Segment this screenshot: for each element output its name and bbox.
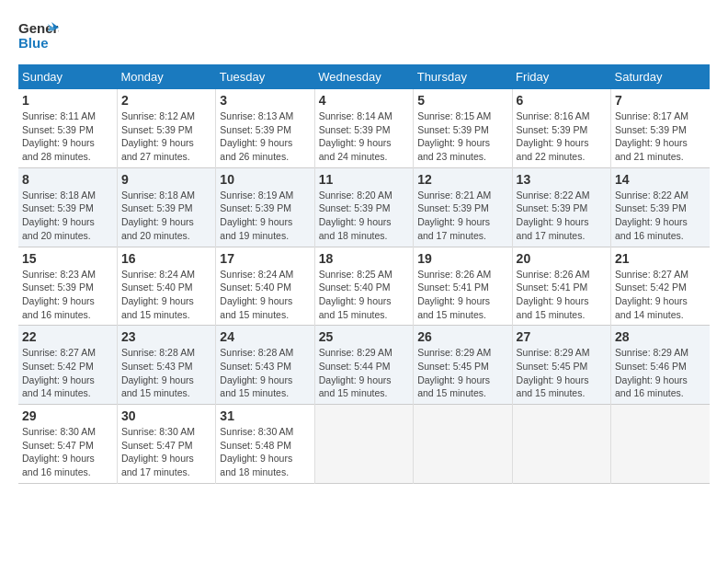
day-info: Sunrise: 8:20 AMSunset: 5:39 PMDaylight:… [319,189,409,243]
day-info: Sunrise: 8:27 AMSunset: 5:42 PMDaylight:… [615,268,706,322]
day-info: Sunrise: 8:28 AMSunset: 5:43 PMDaylight:… [121,346,211,400]
calendar-cell: 21Sunrise: 8:27 AMSunset: 5:42 PMDayligh… [611,247,710,326]
calendar-cell: 18Sunrise: 8:25 AMSunset: 5:40 PMDayligh… [314,247,413,326]
calendar-week-row: 1Sunrise: 8:11 AMSunset: 5:39 PMDaylight… [18,89,710,167]
calendar-cell: 13Sunrise: 8:22 AMSunset: 5:39 PMDayligh… [512,167,610,247]
day-number: 2 [121,93,211,108]
day-info: Sunrise: 8:21 AMSunset: 5:39 PMDaylight:… [417,189,507,243]
day-info: Sunrise: 8:30 AMSunset: 5:47 PMDaylight:… [121,425,211,479]
weekday-header-friday: Friday [512,64,610,89]
day-info: Sunrise: 8:22 AMSunset: 5:39 PMDaylight:… [517,189,607,243]
day-info: Sunrise: 8:29 AMSunset: 5:44 PMDaylight:… [319,346,409,400]
calendar-cell: 30Sunrise: 8:30 AMSunset: 5:47 PMDayligh… [117,405,215,484]
day-number: 15 [22,251,113,266]
day-info: Sunrise: 8:25 AMSunset: 5:40 PMDaylight:… [319,268,409,322]
day-info: Sunrise: 8:18 AMSunset: 5:39 PMDaylight:… [22,189,113,243]
calendar-cell: 26Sunrise: 8:29 AMSunset: 5:45 PMDayligh… [414,326,512,405]
calendar-cell: 15Sunrise: 8:23 AMSunset: 5:39 PMDayligh… [18,247,117,326]
weekday-header-sunday: Sunday [18,64,117,89]
day-info: Sunrise: 8:28 AMSunset: 5:43 PMDaylight:… [220,346,310,400]
day-number: 6 [517,93,607,108]
calendar-cell: 14Sunrise: 8:22 AMSunset: 5:39 PMDayligh… [611,167,710,247]
day-number: 8 [22,172,113,187]
logo-icon: General Blue [18,18,59,55]
calendar-cell: 29Sunrise: 8:30 AMSunset: 5:47 PMDayligh… [18,405,117,484]
calendar-cell: 4Sunrise: 8:14 AMSunset: 5:39 PMDaylight… [314,89,413,167]
day-number: 7 [615,93,706,108]
calendar-cell: 3Sunrise: 8:13 AMSunset: 5:39 PMDaylight… [216,89,314,167]
day-number: 29 [22,408,113,423]
calendar-cell: 7Sunrise: 8:17 AMSunset: 5:39 PMDaylight… [611,89,710,167]
day-number: 31 [220,408,310,423]
day-number: 27 [517,329,607,344]
calendar-cell: 8Sunrise: 8:18 AMSunset: 5:39 PMDaylight… [18,167,117,247]
weekday-header-wednesday: Wednesday [314,64,413,89]
day-info: Sunrise: 8:24 AMSunset: 5:40 PMDaylight:… [121,268,211,322]
calendar-cell: 24Sunrise: 8:28 AMSunset: 5:43 PMDayligh… [216,326,314,405]
calendar-week-row: 15Sunrise: 8:23 AMSunset: 5:39 PMDayligh… [18,247,710,326]
day-number: 28 [615,329,706,344]
day-info: Sunrise: 8:11 AMSunset: 5:39 PMDaylight:… [22,109,113,164]
calendar-cell: 23Sunrise: 8:28 AMSunset: 5:43 PMDayligh… [117,326,215,405]
day-number: 9 [121,172,211,187]
day-number: 13 [517,172,607,187]
day-info: Sunrise: 8:14 AMSunset: 5:39 PMDaylight:… [319,109,409,164]
day-info: Sunrise: 8:24 AMSunset: 5:40 PMDaylight:… [220,268,310,322]
page-header: General Blue [18,18,710,55]
day-info: Sunrise: 8:30 AMSunset: 5:48 PMDaylight:… [220,425,310,479]
day-number: 30 [121,408,211,423]
weekday-header-row: SundayMondayTuesdayWednesdayThursdayFrid… [18,64,710,89]
day-info: Sunrise: 8:15 AMSunset: 5:39 PMDaylight:… [417,109,507,164]
weekday-header-monday: Monday [117,64,215,89]
day-info: Sunrise: 8:30 AMSunset: 5:47 PMDaylight:… [22,425,113,479]
calendar-cell [512,405,610,484]
day-info: Sunrise: 8:27 AMSunset: 5:42 PMDaylight:… [22,346,113,400]
logo: General Blue [18,18,59,55]
weekday-header-saturday: Saturday [611,64,710,89]
calendar-cell: 16Sunrise: 8:24 AMSunset: 5:40 PMDayligh… [117,247,215,326]
calendar-cell: 1Sunrise: 8:11 AMSunset: 5:39 PMDaylight… [18,89,117,167]
day-info: Sunrise: 8:17 AMSunset: 5:39 PMDaylight:… [615,109,706,164]
day-number: 11 [319,172,409,187]
day-number: 25 [319,329,409,344]
day-info: Sunrise: 8:16 AMSunset: 5:39 PMDaylight:… [517,109,607,164]
calendar-cell: 28Sunrise: 8:29 AMSunset: 5:46 PMDayligh… [611,326,710,405]
day-number: 23 [121,329,211,344]
day-number: 4 [319,93,409,108]
day-number: 21 [615,251,706,266]
day-number: 16 [121,251,211,266]
calendar-cell: 19Sunrise: 8:26 AMSunset: 5:41 PMDayligh… [414,247,512,326]
calendar-cell: 31Sunrise: 8:30 AMSunset: 5:48 PMDayligh… [216,405,314,484]
day-info: Sunrise: 8:29 AMSunset: 5:45 PMDaylight:… [517,346,607,400]
calendar-cell: 11Sunrise: 8:20 AMSunset: 5:39 PMDayligh… [314,167,413,247]
calendar-week-row: 22Sunrise: 8:27 AMSunset: 5:42 PMDayligh… [18,326,710,405]
calendar-cell: 5Sunrise: 8:15 AMSunset: 5:39 PMDaylight… [414,89,512,167]
day-info: Sunrise: 8:23 AMSunset: 5:39 PMDaylight:… [22,268,113,322]
day-info: Sunrise: 8:29 AMSunset: 5:45 PMDaylight:… [417,346,507,400]
day-number: 20 [517,251,607,266]
calendar-cell: 6Sunrise: 8:16 AMSunset: 5:39 PMDaylight… [512,89,610,167]
day-number: 17 [220,251,310,266]
day-number: 12 [417,172,507,187]
calendar-cell: 22Sunrise: 8:27 AMSunset: 5:42 PMDayligh… [18,326,117,405]
day-number: 1 [22,93,113,108]
day-number: 14 [615,172,706,187]
calendar-cell: 2Sunrise: 8:12 AMSunset: 5:39 PMDaylight… [117,89,215,167]
calendar-cell: 20Sunrise: 8:26 AMSunset: 5:41 PMDayligh… [512,247,610,326]
day-number: 22 [22,329,113,344]
calendar-cell [414,405,512,484]
day-info: Sunrise: 8:22 AMSunset: 5:39 PMDaylight:… [615,189,706,243]
calendar-cell [611,405,710,484]
day-number: 18 [319,251,409,266]
day-info: Sunrise: 8:26 AMSunset: 5:41 PMDaylight:… [517,268,607,322]
calendar-week-row: 8Sunrise: 8:18 AMSunset: 5:39 PMDaylight… [18,167,710,247]
calendar-cell: 17Sunrise: 8:24 AMSunset: 5:40 PMDayligh… [216,247,314,326]
day-number: 10 [220,172,310,187]
day-number: 5 [417,93,507,108]
weekday-header-tuesday: Tuesday [216,64,314,89]
calendar-week-row: 29Sunrise: 8:30 AMSunset: 5:47 PMDayligh… [18,405,710,484]
day-info: Sunrise: 8:26 AMSunset: 5:41 PMDaylight:… [417,268,507,322]
day-info: Sunrise: 8:18 AMSunset: 5:39 PMDaylight:… [121,189,211,243]
day-info: Sunrise: 8:12 AMSunset: 5:39 PMDaylight:… [121,109,211,164]
svg-text:Blue: Blue [18,35,49,51]
